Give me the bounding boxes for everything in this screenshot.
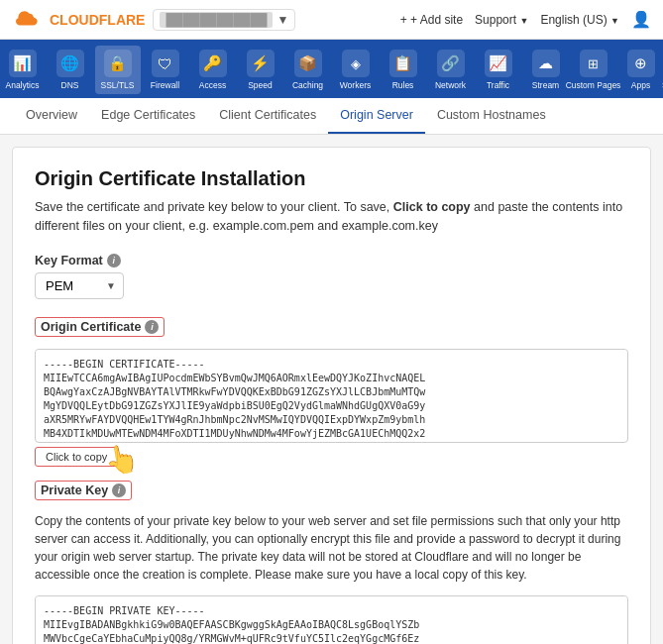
- nav-firewall[interactable]: 🛡 Firewall: [143, 46, 188, 94]
- nav-network-label: Network: [435, 80, 466, 90]
- account-selector[interactable]: ████████████ ▼: [153, 9, 295, 31]
- nav-speed-label: Speed: [248, 80, 273, 90]
- nav-stream[interactable]: ☁ Stream: [523, 46, 569, 94]
- apps-icon: ⊕: [627, 50, 655, 77]
- support-link[interactable]: Support ▼: [475, 13, 528, 27]
- nav-workers-label: Workers: [340, 80, 372, 90]
- traffic-icon: 📈: [485, 50, 512, 77]
- top-nav-left: CLOUDFLARE ████████████ ▼: [12, 9, 295, 31]
- nav-traffic[interactable]: 📈 Traffic: [476, 46, 521, 94]
- nav-caching-label: Caching: [292, 80, 323, 90]
- top-nav: CLOUDFLARE ████████████ ▼ + Add site Sup…: [0, 0, 663, 40]
- cloudflare-logo: CLOUDFLARE: [12, 10, 145, 30]
- subnav-edge-certs[interactable]: Edge Certificates: [89, 98, 207, 134]
- sub-nav: Overview Edge Certificates Client Certif…: [0, 98, 663, 135]
- subnav-custom-hostnames[interactable]: Custom Hostnames: [425, 98, 558, 134]
- subnav-client-certs[interactable]: Client Certificates: [207, 98, 328, 134]
- key-format-info-icon[interactable]: i: [107, 254, 121, 268]
- copy-cert-button[interactable]: Click to copy: [35, 447, 118, 467]
- access-icon: 🔑: [199, 50, 227, 77]
- origin-cert-box: -----BEGIN CERTIFICATE----- MIIEwTCCA6mg…: [35, 349, 628, 443]
- firewall-icon: 🛡: [152, 50, 179, 77]
- ssl-icon: 🔒: [104, 50, 132, 77]
- stream-icon: ☁: [532, 50, 560, 77]
- analytics-icon: 📊: [9, 50, 37, 77]
- user-icon[interactable]: 👤: [631, 10, 651, 29]
- nav-rules[interactable]: 📋 Rules: [381, 46, 426, 94]
- icon-nav: 📄 Overview 📊 Analytics 🌐 DNS 🔒 SSL/TLS 🛡…: [0, 40, 663, 98]
- origin-cert-textarea[interactable]: -----BEGIN CERTIFICATE----- MIIEwTCCA6mg…: [36, 350, 627, 439]
- nav-network[interactable]: 🔗 Network: [428, 46, 474, 94]
- page-description: Save the certificate and private key bel…: [35, 198, 628, 236]
- nav-dns-label: DNS: [61, 80, 79, 90]
- nav-ssl-label: SSL/TLS: [100, 80, 134, 90]
- nav-stream-label: Stream: [532, 80, 559, 90]
- nav-ssl[interactable]: 🔒 SSL/TLS: [95, 46, 141, 94]
- private-key-box: -----BEGIN PRIVATE KEY----- MIIEvgIBADAN…: [35, 595, 628, 645]
- key-format-select[interactable]: PEM PKCS#7: [35, 272, 124, 299]
- private-key-label: Private Key i: [35, 481, 132, 500]
- origin-cert-info-icon[interactable]: i: [145, 320, 159, 334]
- nav-custom-pages[interactable]: ⊞ Custom Pages: [571, 46, 616, 94]
- workers-icon: ◈: [342, 50, 370, 77]
- nav-access-label: Access: [199, 80, 226, 90]
- nav-workers[interactable]: ◈ Workers: [333, 46, 379, 94]
- key-format-select-wrapper: PEM PKCS#7 ▼: [35, 272, 124, 299]
- nav-apps-label: Apps: [631, 80, 650, 90]
- rules-icon: 📋: [389, 50, 417, 77]
- origin-cert-label: Origin Certificate i: [35, 317, 165, 337]
- key-format-label: Key Format i: [35, 254, 628, 268]
- subnav-origin-server[interactable]: Origin Server: [328, 98, 425, 134]
- main-content: Origin Certificate Installation Save the…: [12, 147, 651, 644]
- private-key-textarea[interactable]: -----BEGIN PRIVATE KEY----- MIIEvgIBADAN…: [36, 596, 627, 645]
- caching-icon: 📦: [294, 50, 322, 77]
- copy-cert-wrapper: Click to copy 👆: [35, 447, 118, 467]
- nav-caching[interactable]: 📦 Caching: [285, 46, 331, 94]
- nav-analytics-label: Analytics: [5, 80, 39, 90]
- private-key-description: Copy the contents of your private key be…: [35, 512, 628, 584]
- nav-dns[interactable]: 🌐 DNS: [48, 46, 93, 94]
- nav-rules-label: Rules: [392, 80, 414, 90]
- private-key-info-icon[interactable]: i: [112, 483, 126, 497]
- nav-access[interactable]: 🔑 Access: [190, 46, 236, 94]
- top-nav-right: + Add site Support ▼ English (US) ▼ 👤: [400, 10, 651, 29]
- page-title: Origin Certificate Installation: [35, 167, 628, 190]
- subnav-overview[interactable]: Overview: [14, 98, 89, 134]
- nav-firewall-label: Firewall: [151, 80, 179, 90]
- nav-traffic-label: Traffic: [487, 80, 509, 90]
- nav-apps[interactable]: ⊕ Apps: [618, 46, 664, 94]
- custom-pages-icon: ⊞: [580, 50, 608, 77]
- language-selector[interactable]: English (US) ▼: [540, 13, 619, 27]
- speed-icon: ⚡: [247, 50, 275, 77]
- nav-custom-pages-label: Custom Pages: [566, 80, 621, 90]
- nav-speed[interactable]: ⚡ Speed: [238, 46, 283, 94]
- dns-icon: 🌐: [56, 50, 84, 77]
- nav-analytics[interactable]: 📊 Analytics: [0, 46, 46, 94]
- network-icon: 🔗: [437, 50, 465, 77]
- add-site-link[interactable]: + Add site: [400, 13, 463, 27]
